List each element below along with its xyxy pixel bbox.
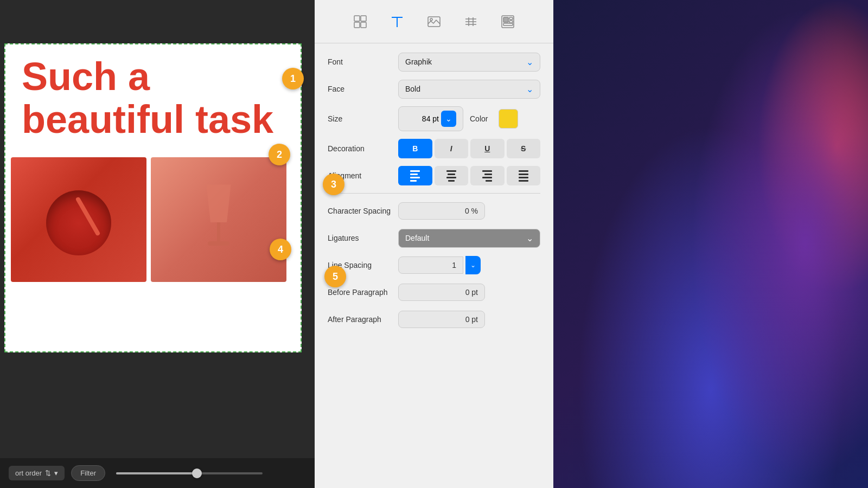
glass-image <box>151 157 286 282</box>
line-spacing-value: 1 <box>452 261 456 269</box>
size-input[interactable]: 84 pt ⌄ <box>398 106 463 131</box>
align-right-icon <box>481 169 493 183</box>
face-row: Face Bold ⌄ <box>328 79 540 99</box>
glass-base <box>208 241 229 246</box>
image-icon[interactable] <box>421 9 447 35</box>
svg-rect-16 <box>509 17 513 20</box>
ligatures-value: Default <box>405 234 429 242</box>
slide-text: Such a beautiful task <box>5 44 301 141</box>
font-label: Font <box>328 57 398 66</box>
face-value: Bold <box>405 85 420 93</box>
svg-rect-3 <box>361 22 366 28</box>
decoration-group: B I U S <box>398 139 540 158</box>
wallpaper-area <box>553 0 868 488</box>
font-dropdown-arrow: ⌄ <box>526 57 533 67</box>
align-justify-icon <box>518 169 529 183</box>
svg-rect-17 <box>509 21 513 23</box>
slide-image-glass <box>151 157 286 282</box>
align-justify-button[interactable] <box>507 166 541 185</box>
form-area: Font Graphik ⌄ Face Bold ⌄ Size <box>315 43 553 488</box>
glass-shape <box>205 184 232 255</box>
italic-button[interactable]: I <box>435 139 469 158</box>
sort-arrow-icon: ▾ <box>54 469 58 477</box>
before-para-input[interactable]: 0 pt <box>398 284 485 301</box>
ligatures-row: Ligatures Default ⌄ <box>328 228 540 248</box>
align-center-icon <box>445 169 457 183</box>
line-spacing-row: Line Spacing 1 ⌄ <box>328 255 540 275</box>
glass-top <box>205 184 232 222</box>
svg-rect-15 <box>503 17 508 22</box>
text-icon[interactable] <box>384 9 410 35</box>
char-spacing-label: Character Spacing <box>328 207 398 215</box>
slide-image-bowl <box>11 157 146 282</box>
sort-icon: ⇅ <box>45 469 51 477</box>
align-center-button[interactable] <box>435 166 469 185</box>
after-para-value: 0 pt <box>465 315 478 324</box>
badge-4: 4 <box>270 239 291 260</box>
char-spacing-row: Character Spacing 0 % <box>328 201 540 221</box>
right-panel: Font Graphik ⌄ Face Bold ⌄ Size <box>315 0 553 488</box>
after-para-row: After Paragraph 0 pt <box>328 310 540 329</box>
svg-rect-2 <box>354 22 360 28</box>
face-dropdown-arrow: ⌄ <box>526 84 533 94</box>
char-spacing-input[interactable]: 0 % <box>398 202 485 220</box>
alignment-group <box>398 166 540 185</box>
panel-toolbar <box>315 0 553 43</box>
line-spacing-control: 1 ⌄ <box>398 256 481 274</box>
badge-3: 3 <box>323 174 344 195</box>
canvas-slide: Such a beautiful task <box>4 43 302 352</box>
size-value: 84 pt <box>422 114 439 123</box>
after-para-label: After Paragraph <box>328 315 398 324</box>
size-label: Size <box>328 114 398 123</box>
bold-button[interactable]: B <box>398 139 432 158</box>
layout-icon[interactable] <box>495 9 521 35</box>
line-spacing-input[interactable]: 1 <box>398 256 463 274</box>
bottom-bar: ort order ⇅ ▾ Filter <box>0 458 315 488</box>
arrange-icon[interactable] <box>347 9 373 35</box>
before-para-label: Before Paragraph <box>328 288 398 297</box>
zoom-slider-thumb[interactable] <box>192 468 202 478</box>
ligatures-select[interactable]: Default ⌄ <box>398 229 540 248</box>
face-select[interactable]: Bold ⌄ <box>398 80 540 99</box>
zoom-slider-track[interactable] <box>116 472 263 474</box>
font-select[interactable]: Graphik ⌄ <box>398 53 540 72</box>
line-spacing-stepper[interactable]: ⌄ <box>465 256 481 274</box>
align-left-button[interactable] <box>398 166 432 185</box>
strikethrough-button[interactable]: S <box>507 139 541 158</box>
before-para-row: Before Paragraph 0 pt <box>328 282 540 302</box>
font-row: Font Graphik ⌄ <box>328 52 540 72</box>
metrics-icon[interactable] <box>458 9 484 35</box>
after-para-input[interactable]: 0 pt <box>398 311 485 328</box>
decoration-label: Decoration <box>328 144 398 153</box>
color-swatch[interactable] <box>499 109 518 129</box>
color-label: Color <box>470 114 488 123</box>
badge-2: 2 <box>269 144 290 165</box>
svg-rect-18 <box>503 23 513 25</box>
underline-button[interactable]: U <box>470 139 505 158</box>
sort-label: ort order <box>15 469 42 477</box>
sort-order-button[interactable]: ort order ⇅ ▾ <box>9 466 65 480</box>
svg-rect-1 <box>361 16 366 21</box>
size-row: 84 pt ⌄ Color <box>398 106 518 131</box>
glass-stem <box>217 222 220 241</box>
align-right-button[interactable] <box>470 166 505 185</box>
font-value: Graphik <box>405 57 432 66</box>
char-spacing-value: 0 % <box>465 207 478 215</box>
wallpaper-background <box>553 0 868 488</box>
slide-images <box>5 146 301 287</box>
before-para-value: 0 pt <box>465 288 478 297</box>
divider-1 <box>328 193 540 194</box>
badge-1: 1 <box>282 68 304 89</box>
badge-5: 5 <box>324 266 346 287</box>
alignment-row: Alingment <box>328 166 540 185</box>
align-left-icon <box>409 169 421 183</box>
zoom-slider-fill <box>116 472 197 474</box>
canvas-area: Such a beautiful task 1 2 3 4 5 <box>0 0 315 488</box>
bowl-image <box>11 157 146 282</box>
font-control: Graphik ⌄ <box>398 53 540 72</box>
ligatures-label: Ligatures <box>328 234 398 242</box>
size-stepper-button[interactable]: ⌄ <box>441 111 456 127</box>
filter-button[interactable]: Filter <box>71 465 105 481</box>
ligatures-dropdown-arrow: ⌄ <box>526 233 533 243</box>
decoration-row: Decoration B I U S <box>328 139 540 158</box>
